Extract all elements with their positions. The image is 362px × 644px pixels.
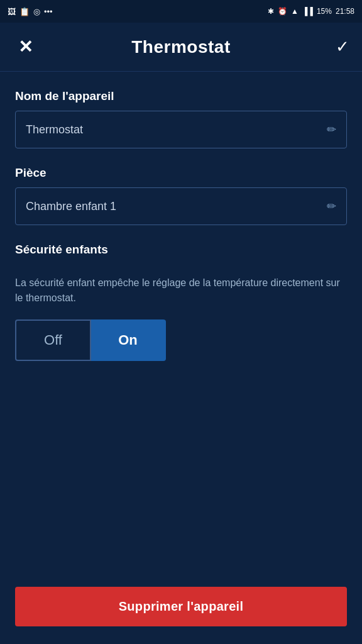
signal-icon: ▐▐ — [302, 7, 313, 16]
security-label: Sécurité enfants — [15, 243, 347, 257]
top-bar: ✕ Thermostat ✓ — [0, 23, 362, 72]
device-name-field[interactable]: Thermostat — [15, 111, 347, 148]
room-field[interactable]: Chambre enfant 1 — [15, 187, 347, 225]
bluetooth-icon: ✱ — [268, 7, 274, 16]
status-bar-right: ✱ ⏰ ▲ ▐▐ 15% 21:58 — [268, 7, 354, 16]
security-description: La sécurité enfant empêche le réglage de… — [15, 275, 347, 306]
image-icon: 🖼 — [8, 7, 16, 16]
nav-icon: ◎ — [33, 7, 40, 16]
battery-level: 15% — [317, 7, 332, 16]
clock: 21:58 — [336, 7, 354, 16]
more-icon: ••• — [44, 7, 53, 16]
bottom-area: Supprimer l'appareil — [0, 577, 362, 644]
page-title: Thermostat — [38, 37, 324, 57]
device-name-label: Nom de l'appareil — [15, 89, 347, 103]
wifi-icon: ▲ — [291, 7, 299, 16]
delete-device-button[interactable]: Supprimer l'appareil — [15, 587, 347, 626]
device-name-value: Thermostat — [26, 123, 83, 136]
close-button[interactable]: ✕ — [13, 36, 38, 57]
sim-icon: 📋 — [19, 7, 30, 16]
room-value: Chambre enfant 1 — [26, 200, 116, 213]
security-toggle-group: Off On — [15, 319, 166, 361]
confirm-button[interactable]: ✓ — [324, 37, 349, 57]
alarm-icon: ⏰ — [278, 7, 287, 16]
main-content: Nom de l'appareil Thermostat Pièce Chamb… — [0, 72, 362, 577]
toggle-off-button[interactable]: Off — [15, 319, 91, 361]
status-bar: 🖼 📋 ◎ ••• ✱ ⏰ ▲ ▐▐ 15% 21:58 — [0, 0, 362, 23]
status-bar-left: 🖼 📋 ◎ ••• — [8, 7, 53, 16]
room-label: Pièce — [15, 166, 347, 180]
room-edit-icon[interactable] — [327, 199, 336, 213]
toggle-on-button[interactable]: On — [91, 319, 166, 361]
device-name-edit-icon[interactable] — [327, 123, 336, 136]
